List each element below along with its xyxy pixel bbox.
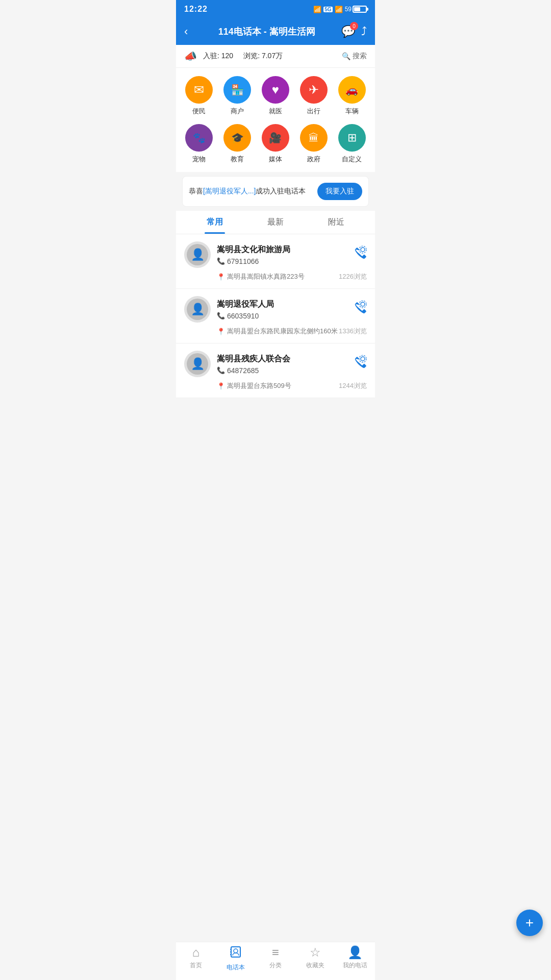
contact-phone: 📞 64872685 <box>217 366 345 375</box>
meiti-label: 媒体 <box>269 155 282 164</box>
call-button[interactable] <box>352 300 367 319</box>
signal-bars-icon: 📶 <box>335 6 343 13</box>
bottom-navigation: ⌂ 首页 电话本 ≡ 分类 ☆ 收藏夹 👤 我的电话 <box>176 942 375 980</box>
address-text: 嵩明县盟台东路民康园东北侧约160米 <box>227 327 338 336</box>
contact-phone: 📞 66035910 <box>217 312 345 320</box>
nav-home-label: 首页 <box>190 961 202 970</box>
nav-home[interactable]: ⌂ 首页 <box>176 945 216 972</box>
contact-name: 嵩明县文化和旅游局 <box>217 244 345 255</box>
message-button[interactable]: 💬 0 <box>341 25 355 38</box>
megaphone-icon: 📣 <box>184 50 197 62</box>
contact-info: 嵩明县残疾人联合会 📞 64872685 <box>217 354 345 375</box>
call-button[interactable] <box>352 355 367 374</box>
contact-phone: 📞 67911066 <box>217 257 345 265</box>
battery-number: 59 <box>345 6 352 13</box>
category-cheliang[interactable]: 🚗 车辆 <box>333 76 371 116</box>
zidingyi-label: 自定义 <box>342 155 362 164</box>
nav-myphone-label: 我的电话 <box>343 961 367 970</box>
contact-name: 嵩明退役军人局 <box>217 299 345 310</box>
category-jiuyi[interactable]: ♥ 就医 <box>257 76 295 116</box>
nav-favorites[interactable]: ☆ 收藏夹 <box>295 945 335 972</box>
nav-phonebook-label: 电话本 <box>227 963 245 972</box>
contact-address-row: 📍 嵩明县盟台东路民康园东北侧约160米 1336浏览 <box>184 327 367 336</box>
contact-address-row: 📍 嵩明县盟台东路509号 1244浏览 <box>184 381 367 390</box>
address-text: 嵩明县盟台东路509号 <box>227 381 291 390</box>
message-badge: 0 <box>350 22 358 30</box>
phone-number: 64872685 <box>227 366 259 375</box>
nav-category[interactable]: ≡ 分类 <box>256 945 295 972</box>
status-bar: 12:22 📶 5G 📶 59 <box>176 0 375 18</box>
phone-number: 66035910 <box>227 312 259 320</box>
status-icons: 📶 5G 📶 59 <box>313 6 367 13</box>
view-count: 1226浏览 <box>339 272 367 281</box>
battery-icon <box>353 6 367 13</box>
contact-main: 👤 嵩明县文化和旅游局 📞 67911066 <box>184 241 367 268</box>
category-zhengfu[interactable]: 🏛 政府 <box>294 124 333 164</box>
search-button[interactable]: 🔍 搜索 <box>342 52 367 61</box>
contact-info: 嵩明退役军人局 📞 66035910 <box>217 299 345 320</box>
svg-point-3 <box>359 301 366 308</box>
nav-myphone[interactable]: 👤 我的电话 <box>335 945 375 972</box>
views-count: 浏览: 7.07万 <box>243 52 283 61</box>
tab-fujin[interactable]: 附近 <box>306 211 367 234</box>
status-time: 12:22 <box>184 5 208 14</box>
bianmin-label: 便民 <box>192 107 206 116</box>
category-icon: ≡ <box>272 945 279 960</box>
phone-icon: 📞 <box>217 366 225 374</box>
cheliang-label: 车辆 <box>345 107 359 116</box>
category-shanghu[interactable]: 🏪 商户 <box>218 76 257 116</box>
category-chongwu[interactable]: 🐾 宠物 <box>180 124 218 164</box>
tabs: 常用 最新 附近 <box>176 211 375 234</box>
avatar-inner: 👤 <box>187 244 208 265</box>
home-icon: ⌂ <box>192 945 200 960</box>
location-icon: 📍 <box>217 382 225 390</box>
chuxing-icon: ✈ <box>300 76 328 104</box>
svg-point-4 <box>361 357 365 361</box>
category-meiti[interactable]: 🎥 媒体 <box>257 124 295 164</box>
call-button[interactable] <box>352 246 367 264</box>
share-button[interactable]: ⤴ <box>361 25 367 38</box>
wifi-icon: 📶 <box>313 6 321 13</box>
notice-text: 恭喜[嵩明退役军人...]成功入驻电话本 <box>189 187 313 196</box>
join-button[interactable]: 我要入驻 <box>317 183 362 200</box>
jiaoyu-icon: 🎓 <box>223 124 251 152</box>
signal-5g-badge: 5G <box>323 7 332 12</box>
chongwu-icon: 🐾 <box>185 124 213 152</box>
phone-icon: 📞 <box>217 312 225 320</box>
myphone-icon: 👤 <box>347 945 363 960</box>
zhengfu-label: 政府 <box>307 155 320 164</box>
shanghu-label: 商户 <box>231 107 244 116</box>
back-button[interactable]: ‹ <box>184 25 188 38</box>
tab-changyong[interactable]: 常用 <box>184 211 245 234</box>
nav-phonebook[interactable]: 电话本 <box>216 945 256 972</box>
avatar-inner: 👤 <box>187 353 208 375</box>
bianmin-icon: ✉ <box>185 76 213 104</box>
jiuyi-icon: ♥ <box>262 76 289 104</box>
page-title: 114电话本 - 嵩明生活网 <box>192 26 341 38</box>
contact-info: 嵩明县文化和旅游局 📞 67911066 <box>217 244 345 265</box>
category-bianmin[interactable]: ✉ 便民 <box>180 76 218 116</box>
info-stats: 入驻: 120 浏览: 7.07万 <box>203 52 336 61</box>
table-row[interactable]: 👤 嵩明退役军人局 📞 66035910 📍 <box>176 289 375 344</box>
meiti-icon: 🎥 <box>262 124 289 152</box>
view-count: 1244浏览 <box>339 381 367 390</box>
phone-icon: 📞 <box>217 257 225 265</box>
shanghu-icon: 🏪 <box>223 76 251 104</box>
table-row[interactable]: 👤 嵩明县文化和旅游局 📞 67911066 📍 <box>176 234 375 289</box>
svg-point-1 <box>359 246 366 253</box>
zidingyi-icon: ⊞ <box>338 124 366 152</box>
zhengfu-icon: 🏛 <box>300 124 328 152</box>
svg-point-5 <box>359 355 366 362</box>
category-jiaoyu[interactable]: 🎓 教育 <box>218 124 257 164</box>
registered-count: 入驻: 120 <box>203 52 233 61</box>
favorites-icon: ☆ <box>310 945 321 960</box>
tab-zuixin[interactable]: 最新 <box>245 211 306 234</box>
category-zidingyi[interactable]: ⊞ 自定义 <box>333 124 371 164</box>
svg-point-2 <box>361 302 365 306</box>
table-row[interactable]: 👤 嵩明县残疾人联合会 📞 64872685 📍 <box>176 344 375 398</box>
contact-main: 👤 嵩明县残疾人联合会 📞 64872685 <box>184 351 367 377</box>
phonebook-icon <box>229 945 242 962</box>
contact-address-row: 📍 嵩明县嵩阳镇水真路223号 1226浏览 <box>184 272 367 281</box>
category-chuxing[interactable]: ✈ 出行 <box>294 76 333 116</box>
contact-address: 📍 嵩明县盟台东路民康园东北侧约160米 <box>217 327 338 336</box>
